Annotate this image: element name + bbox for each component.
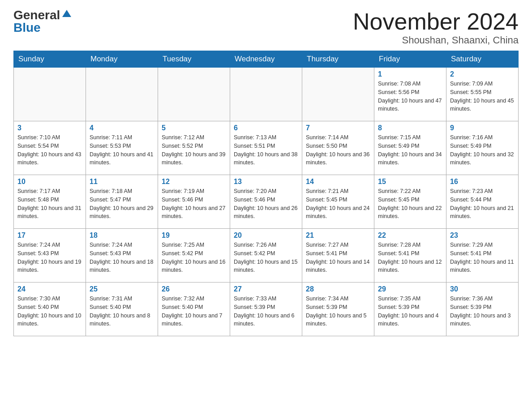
day-number: 27 — [234, 285, 298, 293]
day-number: 28 — [306, 285, 370, 293]
calendar-cell — [158, 68, 230, 121]
calendar-cell: 26Sunrise: 7:32 AMSunset: 5:40 PMDayligh… — [158, 283, 230, 336]
calendar-cell: 27Sunrise: 7:33 AMSunset: 5:39 PMDayligh… — [230, 283, 302, 336]
title-area: November 2024 Shoushan, Shaanxi, China — [353, 9, 519, 46]
logo-blue-text: Blue — [13, 21, 41, 34]
day-number: 9 — [450, 124, 515, 132]
day-info: Sunrise: 7:24 AMSunset: 5:43 PMDaylight:… — [90, 241, 154, 274]
day-number: 15 — [378, 178, 442, 186]
day-info: Sunrise: 7:08 AMSunset: 5:56 PMDaylight:… — [378, 80, 442, 113]
day-number: 17 — [17, 231, 82, 240]
calendar-cell: 3Sunrise: 7:10 AMSunset: 5:54 PMDaylight… — [14, 121, 86, 175]
calendar-cell: 15Sunrise: 7:22 AMSunset: 5:45 PMDayligh… — [374, 175, 446, 229]
day-number: 11 — [90, 178, 154, 186]
day-number: 3 — [17, 124, 82, 132]
calendar-subtitle: Shoushan, Shaanxi, China — [353, 34, 519, 46]
calendar-cell — [86, 68, 158, 121]
calendar-cell: 30Sunrise: 7:36 AMSunset: 5:39 PMDayligh… — [446, 283, 519, 336]
calendar-week-row: 17Sunrise: 7:24 AMSunset: 5:43 PMDayligh… — [14, 229, 519, 283]
calendar-cell — [230, 68, 302, 121]
calendar-cell — [302, 68, 374, 121]
calendar-header-row: SundayMondayTuesdayWednesdayThursdayFrid… — [14, 51, 519, 68]
day-info: Sunrise: 7:09 AMSunset: 5:55 PMDaylight:… — [450, 80, 515, 113]
calendar-cell: 20Sunrise: 7:26 AMSunset: 5:42 PMDayligh… — [230, 229, 302, 283]
day-number: 2 — [450, 70, 515, 78]
calendar-cell: 4Sunrise: 7:11 AMSunset: 5:53 PMDaylight… — [86, 121, 158, 175]
day-info: Sunrise: 7:33 AMSunset: 5:39 PMDaylight:… — [234, 295, 298, 328]
day-number: 10 — [17, 178, 82, 186]
calendar-cell: 16Sunrise: 7:23 AMSunset: 5:44 PMDayligh… — [446, 175, 519, 229]
day-info: Sunrise: 7:32 AMSunset: 5:40 PMDaylight:… — [162, 295, 226, 328]
calendar-cell: 21Sunrise: 7:27 AMSunset: 5:41 PMDayligh… — [302, 229, 374, 283]
calendar-cell: 24Sunrise: 7:30 AMSunset: 5:40 PMDayligh… — [14, 283, 86, 336]
calendar-cell — [14, 68, 86, 121]
day-info: Sunrise: 7:15 AMSunset: 5:49 PMDaylight:… — [378, 133, 442, 167]
calendar-weekday-friday: Friday — [374, 51, 446, 68]
calendar-weekday-monday: Monday — [86, 51, 158, 68]
calendar-cell: 6Sunrise: 7:13 AMSunset: 5:51 PMDaylight… — [230, 121, 302, 175]
logo-triangle-icon — [62, 10, 71, 17]
day-number: 12 — [162, 178, 226, 186]
calendar-cell: 29Sunrise: 7:35 AMSunset: 5:39 PMDayligh… — [374, 283, 446, 336]
day-info: Sunrise: 7:35 AMSunset: 5:39 PMDaylight:… — [378, 295, 442, 328]
logo: General Blue — [13, 9, 71, 34]
day-info: Sunrise: 7:30 AMSunset: 5:40 PMDaylight:… — [17, 295, 82, 328]
calendar-cell: 11Sunrise: 7:18 AMSunset: 5:47 PMDayligh… — [86, 175, 158, 229]
day-number: 4 — [90, 124, 154, 132]
calendar-week-row: 10Sunrise: 7:17 AMSunset: 5:48 PMDayligh… — [14, 175, 519, 229]
calendar-table: SundayMondayTuesdayWednesdayThursdayFrid… — [13, 51, 519, 336]
day-info: Sunrise: 7:13 AMSunset: 5:51 PMDaylight:… — [234, 133, 298, 167]
calendar-weekday-sunday: Sunday — [14, 51, 86, 68]
calendar-weekday-wednesday: Wednesday — [230, 51, 302, 68]
calendar-cell: 17Sunrise: 7:24 AMSunset: 5:43 PMDayligh… — [14, 229, 86, 283]
day-info: Sunrise: 7:22 AMSunset: 5:45 PMDaylight:… — [378, 187, 442, 221]
day-info: Sunrise: 7:24 AMSunset: 5:43 PMDaylight:… — [17, 241, 82, 274]
day-number: 23 — [450, 231, 515, 240]
calendar-cell: 7Sunrise: 7:14 AMSunset: 5:50 PMDaylight… — [302, 121, 374, 175]
day-number: 21 — [306, 231, 370, 240]
day-info: Sunrise: 7:18 AMSunset: 5:47 PMDaylight:… — [90, 187, 154, 221]
calendar-cell: 28Sunrise: 7:34 AMSunset: 5:39 PMDayligh… — [302, 283, 374, 336]
day-info: Sunrise: 7:11 AMSunset: 5:53 PMDaylight:… — [90, 133, 154, 167]
day-number: 19 — [162, 231, 226, 240]
calendar-cell: 18Sunrise: 7:24 AMSunset: 5:43 PMDayligh… — [86, 229, 158, 283]
day-info: Sunrise: 7:10 AMSunset: 5:54 PMDaylight:… — [17, 133, 82, 167]
calendar-cell: 25Sunrise: 7:31 AMSunset: 5:40 PMDayligh… — [86, 283, 158, 336]
day-number: 6 — [234, 124, 298, 132]
calendar-cell: 12Sunrise: 7:19 AMSunset: 5:46 PMDayligh… — [158, 175, 230, 229]
calendar-week-row: 1Sunrise: 7:08 AMSunset: 5:56 PMDaylight… — [14, 68, 519, 121]
day-info: Sunrise: 7:12 AMSunset: 5:52 PMDaylight:… — [162, 133, 226, 167]
calendar-week-row: 24Sunrise: 7:30 AMSunset: 5:40 PMDayligh… — [14, 283, 519, 336]
day-number: 1 — [378, 70, 442, 78]
calendar-cell: 14Sunrise: 7:21 AMSunset: 5:45 PMDayligh… — [302, 175, 374, 229]
calendar-cell: 8Sunrise: 7:15 AMSunset: 5:49 PMDaylight… — [374, 121, 446, 175]
day-info: Sunrise: 7:26 AMSunset: 5:42 PMDaylight:… — [234, 241, 298, 274]
calendar-cell: 5Sunrise: 7:12 AMSunset: 5:52 PMDaylight… — [158, 121, 230, 175]
day-info: Sunrise: 7:25 AMSunset: 5:42 PMDaylight:… — [162, 241, 226, 274]
calendar-cell: 13Sunrise: 7:20 AMSunset: 5:46 PMDayligh… — [230, 175, 302, 229]
calendar-week-row: 3Sunrise: 7:10 AMSunset: 5:54 PMDaylight… — [14, 121, 519, 175]
day-info: Sunrise: 7:28 AMSunset: 5:41 PMDaylight:… — [378, 241, 442, 274]
day-number: 16 — [450, 178, 515, 186]
day-number: 30 — [450, 285, 515, 293]
day-info: Sunrise: 7:29 AMSunset: 5:41 PMDaylight:… — [450, 241, 515, 274]
calendar-cell: 23Sunrise: 7:29 AMSunset: 5:41 PMDayligh… — [446, 229, 519, 283]
day-number: 7 — [306, 124, 370, 132]
day-number: 13 — [234, 178, 298, 186]
day-info: Sunrise: 7:20 AMSunset: 5:46 PMDaylight:… — [234, 187, 298, 221]
day-info: Sunrise: 7:31 AMSunset: 5:40 PMDaylight:… — [90, 295, 154, 328]
calendar-weekday-saturday: Saturday — [446, 51, 519, 68]
day-info: Sunrise: 7:21 AMSunset: 5:45 PMDaylight:… — [306, 187, 370, 221]
calendar-weekday-tuesday: Tuesday — [158, 51, 230, 68]
calendar-cell: 22Sunrise: 7:28 AMSunset: 5:41 PMDayligh… — [374, 229, 446, 283]
calendar-cell: 2Sunrise: 7:09 AMSunset: 5:55 PMDaylight… — [446, 68, 519, 121]
calendar-cell: 19Sunrise: 7:25 AMSunset: 5:42 PMDayligh… — [158, 229, 230, 283]
page-header: General Blue November 2024 Shoushan, Sha… — [13, 9, 519, 46]
day-number: 25 — [90, 285, 154, 293]
day-number: 5 — [162, 124, 226, 132]
day-info: Sunrise: 7:19 AMSunset: 5:46 PMDaylight:… — [162, 187, 226, 221]
calendar-title: November 2024 — [353, 9, 519, 34]
day-info: Sunrise: 7:17 AMSunset: 5:48 PMDaylight:… — [17, 187, 82, 221]
day-info: Sunrise: 7:36 AMSunset: 5:39 PMDaylight:… — [450, 295, 515, 328]
logo-general-text: General — [13, 9, 60, 21]
